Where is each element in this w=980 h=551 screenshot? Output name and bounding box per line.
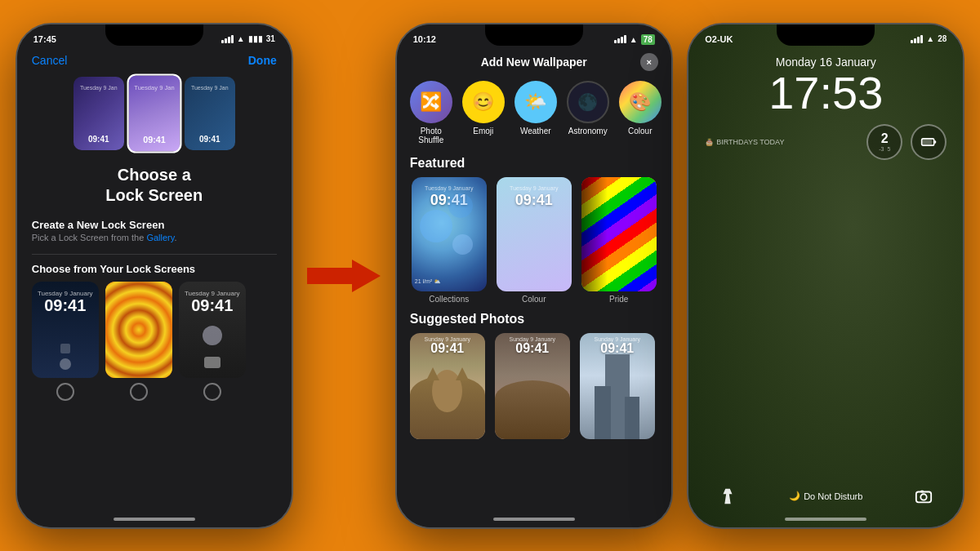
featured-pride[interactable]: Tuesday 9 January 09:41 Pride (580, 177, 658, 304)
featured-colour[interactable]: Tuesday 9 January 09:41 Colour (495, 177, 573, 304)
gallery-link[interactable]: Gallery (146, 233, 174, 242)
bed-icon (204, 357, 220, 368)
preview-thumb-right: Tuesday 9 Jan 09:41 (185, 77, 235, 150)
phone2-wifi-icon: ▲ (630, 35, 638, 44)
moon-icon: 🌙 (789, 491, 800, 501)
phone2-home-indicator (493, 518, 575, 521)
phone1-wifi-icon: ▲ (237, 34, 245, 43)
done-button[interactable]: Done (248, 54, 277, 67)
featured-label-collections: Collections (429, 295, 469, 304)
phone1-screen: 17:45 ▲ ▮▮▮ 31 Cancel Done Tuesday 9 Jan (17, 24, 292, 527)
phone1-battery-icon: ▮▮▮ (248, 34, 263, 43)
featured-title: Featured (397, 151, 671, 177)
featured-label-colour: Colour (522, 295, 546, 304)
close-button[interactable]: × (640, 53, 658, 71)
phone1-notch (105, 24, 203, 46)
phone1-battery-num: 31 (266, 34, 275, 43)
featured-collections[interactable]: Tuesday 9 January 09:41 21 l/m² ⛅ Collec… (410, 177, 488, 304)
weather-type-icon: 🌤️ (514, 81, 557, 123)
phone2-status-icons: ▲ 78 (614, 34, 655, 45)
phone2-modal-topbar: Add New Wallpaper × (397, 48, 671, 74)
phone3-widgets: 🎂 BIRTHDAYS TODAY 2 -3 5 (688, 124, 963, 160)
photo-shuffle-icon: 🔀 (410, 81, 452, 123)
phone-1: 17:45 ▲ ▮▮▮ 31 Cancel Done Tuesday 9 Jan (16, 23, 293, 529)
phone1-signal-icon (221, 35, 234, 43)
suggested-thumb-1: Sunday 9 January 09:41 (410, 333, 485, 439)
phone2-battery-num: 78 (641, 34, 655, 45)
phone1-status-time: 17:45 (33, 34, 56, 44)
wallpaper-type-photo-shuffle[interactable]: 🔀 Photo Shuffle (410, 81, 452, 144)
phone3-spacer (688, 160, 963, 473)
cancel-button[interactable]: Cancel (32, 54, 68, 67)
phone1-status-icons: ▲ ▮▮▮ 31 (221, 34, 275, 43)
your-screens-title: Choose from Your Lock Screens (17, 263, 292, 282)
featured-thumb-pride: Tuesday 9 January 09:41 (581, 177, 657, 291)
create-new-section: Create a New Lock Screen Pick a Lock Scr… (17, 211, 292, 246)
svg-rect-2 (934, 140, 937, 143)
svg-marker-0 (307, 260, 381, 292)
screen-thumb-3[interactable]: Tuesday 9 January 09:41 (179, 282, 246, 378)
emoji-type-icon: 😊 (462, 81, 505, 123)
photo-shuffle-label: Photo Shuffle (418, 127, 443, 144)
astronomy-type-icon: 🌑 (567, 81, 609, 123)
screen-item-3: Tuesday 9 January 09:41 (179, 282, 246, 401)
colour-type-icon: 🎨 (619, 81, 662, 123)
screen-select-2[interactable] (130, 383, 148, 401)
modal-title: Add New Wallpaper (481, 56, 587, 69)
phone3-screen: O2-UK ▲ 28 Monday 16 January 17:53 (688, 24, 963, 527)
phone3-status-icons: ▲ 28 (911, 34, 947, 43)
phone2-signal-icon (614, 35, 626, 43)
screen-select-3[interactable] (203, 383, 221, 401)
bubble-1 (420, 210, 452, 242)
phone2-screen: 10:12 ▲ 78 Add New Wallpaper × (397, 24, 671, 527)
screen-thumb-1[interactable]: Tuesday 9 January 09:41 (32, 282, 99, 378)
arrow-container (307, 256, 381, 296)
wallpaper-type-emoji[interactable]: 😊 Emoji (462, 81, 505, 144)
temperature-widget: 2 -3 5 (866, 124, 902, 160)
torch-button[interactable] (713, 482, 742, 511)
phone2-status-time: 10:12 (413, 34, 436, 44)
phone3-home-indicator (785, 518, 866, 521)
suggested-thumb-3: Sunday 9 January 09:41 (580, 333, 655, 439)
screen-thumb-2[interactable] (105, 282, 172, 378)
choose-lockscreen-title: Choose a Lock Screen (17, 157, 292, 211)
preview-thumb-left: Tuesday 9 Jan 09:41 (74, 77, 124, 150)
red-arrow-icon (307, 256, 381, 296)
suggested-item-3[interactable]: Sunday 9 January 09:41 (580, 333, 658, 439)
astronomy-label: Astronomy (568, 127, 608, 136)
svg-rect-7 (921, 490, 924, 492)
create-sub: Pick a Lock Screen from the Gallery. (32, 233, 277, 242)
wallpaper-type-astronomy[interactable]: 🌑 Astronomy (567, 81, 609, 144)
wallpaper-type-colour[interactable]: 🎨 Colour (619, 81, 662, 144)
phone-3: O2-UK ▲ 28 Monday 16 January 17:53 (687, 23, 964, 529)
wallpaper-type-weather[interactable]: 🌤️ Weather (514, 81, 557, 144)
suggested-item-2[interactable]: Sunday 9 January 09:41 (495, 333, 573, 439)
svg-marker-4 (724, 488, 733, 503)
birthdays-widget: 🎂 BIRTHDAYS TODAY (705, 138, 784, 146)
screen-item-2 (105, 282, 172, 401)
phone3-signal-icon (911, 35, 923, 43)
phone3-battery-num: 28 (938, 34, 947, 43)
phone2-notch (485, 24, 583, 46)
colour-label: Colour (628, 127, 652, 136)
camera-button[interactable] (909, 482, 938, 511)
suggested-thumb-2: Sunday 9 January 09:41 (495, 333, 570, 439)
phone-2: 10:12 ▲ 78 Add New Wallpaper × (395, 23, 673, 529)
phone3-operator: O2-UK (705, 34, 733, 44)
camera-icon (915, 487, 933, 505)
svg-rect-3 (923, 139, 933, 144)
screen-select-1[interactable] (56, 383, 74, 401)
phone1-home-indicator (114, 518, 195, 521)
create-title: Create a New Lock Screen (32, 219, 277, 231)
battery-widget-icon (920, 134, 937, 150)
weather-label: Weather (520, 127, 551, 136)
phone3-content: O2-UK ▲ 28 Monday 16 January 17:53 (688, 24, 963, 527)
do-not-disturb-widget[interactable]: 🌙 Do Not Disturb (789, 491, 862, 501)
your-screens-row: Tuesday 9 January 09:41 Tue (17, 282, 292, 401)
phone3-wifi-icon: ▲ (926, 34, 934, 43)
suggested-item-1[interactable]: Sunday 9 January 09:41 (410, 333, 488, 439)
emoji-label: Emoji (473, 127, 493, 136)
bubble-2 (452, 234, 473, 255)
battery-widget (911, 124, 947, 160)
preview-thumb-center[interactable]: Tuesday 9 Jan 09:41 (127, 73, 181, 153)
